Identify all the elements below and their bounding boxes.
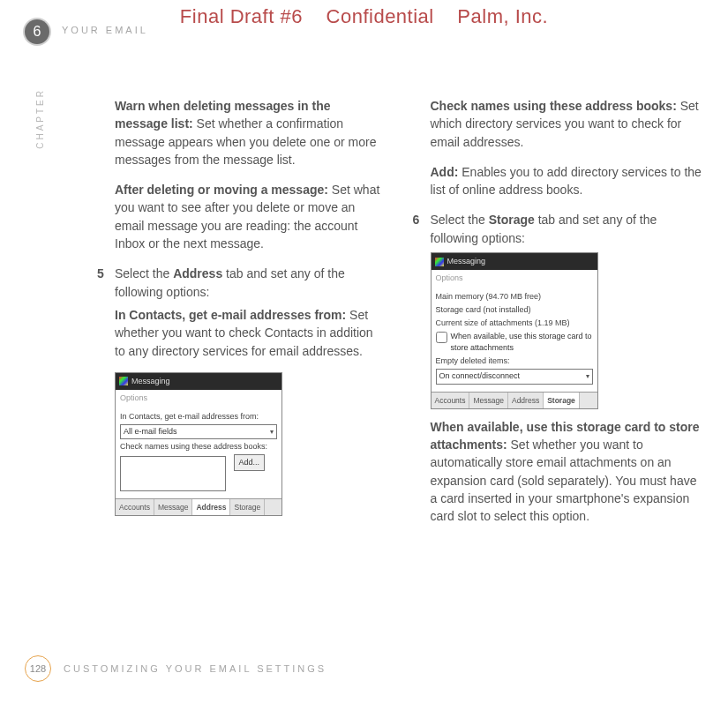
shot-titlebar: Messaging [432,253,597,270]
tab-address[interactable]: Address [508,393,544,408]
tab-accounts[interactable]: Accounts [116,499,154,515]
para-after-delete: After deleting or moving a message: Set … [97,181,387,252]
side-label: CHAPTER [35,88,45,149]
step-bold: Address [173,266,222,280]
shot-title-text: Messaging [131,376,170,387]
shot-line: Main memory (94.70 MB free) [436,291,593,303]
combo-empty-deleted[interactable]: On connect/disconnect [436,369,593,384]
term: Check names using these address books: [431,99,677,113]
term: After deleting or moving a message: [115,183,328,197]
watermark-a: Final Draft #6 [180,5,303,27]
shot-body: Main memory (94.70 MB free) Storage card… [432,287,597,391]
step-number: 6 [413,211,431,247]
tab-storage[interactable]: Storage [544,393,580,408]
step-5: 5 Select the Address tab and set any of … [97,265,387,301]
step-body: Select the Storage tab and set any of th… [431,211,702,247]
shot-line: Current size of attachments (1.19 MB) [436,318,593,329]
tab-message[interactable]: Message [154,499,193,515]
address-book-list[interactable] [120,456,226,491]
step-bold: Storage [489,213,535,227]
screenshot-storage: Messaging Options Main memory (94.70 MB … [431,252,598,409]
combo-email-fields[interactable]: All e-mail fields [120,424,277,439]
footer-title: CUSTOMIZING YOUR EMAIL SETTINGS [64,663,326,674]
footer: 128 CUSTOMIZING YOUR EMAIL SETTINGS [25,655,326,682]
chapter-badge: 6 [25,19,49,44]
para-check-names: Check names using these address books: S… [413,97,702,151]
windows-icon [435,258,444,266]
watermark-c: Palm, Inc. [457,5,548,27]
screenshot-address: Messaging Options In Contacts, get e-mai… [115,372,282,517]
checkbox-storage-card[interactable]: When available, use this storage card to… [436,331,593,354]
shot-titlebar: Messaging [116,373,281,390]
step-number: 5 [97,265,115,301]
shot-label: Check names using these address books: [120,441,277,452]
step-pre: Select the [431,213,489,227]
term-body: Enables you to add directory services to… [431,165,702,197]
step-6: 6 Select the Storage tab and set any of … [413,211,702,247]
term: In Contacts, get e-mail addresses from: [115,308,346,322]
tab-address[interactable]: Address [192,499,230,515]
shot-tabs: Accounts Message Address Storage [116,498,281,515]
step-pre: Select the [115,266,173,280]
tab-message[interactable]: Message [469,393,508,408]
page-number: 128 [25,655,51,682]
shot-tabs: Accounts Message Address Storage [432,392,597,408]
shot-subtitle: Options [432,270,597,287]
tab-storage[interactable]: Storage [230,499,265,515]
para-add: Add: Enables you to add directory servic… [413,163,702,199]
step-body: Select the Address tab and set any of th… [115,265,387,301]
header-title: YOUR EMAIL [62,25,148,35]
para-warn: Warn when deleting messages in the messa… [97,97,387,168]
para-storage-card: When available, use this storage card to… [413,418,702,526]
right-column: Check names using these address books: S… [413,97,702,538]
checkbox-input[interactable] [436,332,447,343]
shot-line: Empty deleted items: [436,355,593,367]
term: Add: [431,165,459,179]
shot-body: In Contacts, get e-mail addresses from: … [116,407,281,498]
windows-icon [119,377,128,385]
shot-line: Storage card (not installed) [436,304,593,316]
left-column: Warn when deleting messages in the messa… [97,97,387,538]
watermark-b: Confidential [326,5,434,27]
checkbox-label: When available, use this storage card to… [451,331,593,354]
para-in-contacts: In Contacts, get e-mail addresses from: … [97,306,387,360]
add-button[interactable]: Add... [234,454,266,471]
content: Warn when deleting messages in the messa… [97,97,702,538]
shot-label: In Contacts, get e-mail addresses from: [120,411,277,423]
shot-title-text: Messaging [447,256,486,267]
shot-subtitle: Options [116,390,281,407]
tab-accounts[interactable]: Accounts [432,393,470,408]
